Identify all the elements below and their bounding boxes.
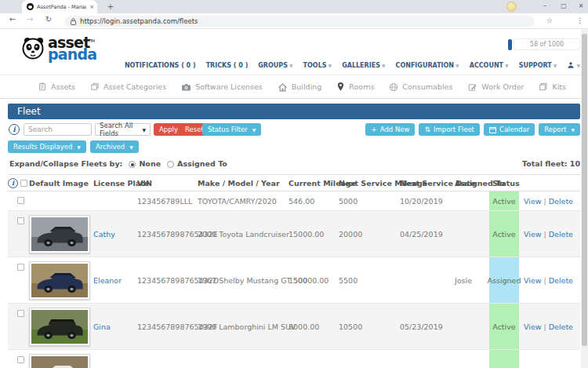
nav-groups[interactable]: GROUPS▼	[258, 62, 292, 69]
import-fleet-button[interactable]: ⇅Import Fleet	[419, 123, 480, 136]
copy-icon	[90, 82, 100, 92]
col-status: Status	[492, 179, 520, 188]
page-content: assetTM panda 58 of 1000 NOTIFICATIONS (…	[0, 29, 588, 368]
row-actions: View|Delete	[524, 230, 573, 239]
nav-user-menu[interactable]: ▼	[567, 61, 580, 69]
window-close-button[interactable]: ✕	[572, 0, 588, 13]
module-work-order[interactable]: Work Order	[467, 82, 524, 92]
search-scope-select[interactable]: Search All Fields ▼	[95, 123, 151, 136]
mileage-value: 8000.00	[289, 322, 319, 331]
view-link[interactable]: View	[524, 197, 542, 206]
search-input[interactable]	[24, 123, 92, 136]
module-software-licenses[interactable]: Software Licenses	[181, 82, 263, 92]
user-icon	[567, 61, 575, 69]
module-assets[interactable]: Assets	[38, 82, 75, 92]
view-link[interactable]: View	[524, 322, 542, 331]
module-consumables[interactable]: Consumables	[389, 82, 452, 92]
clipboard-icon	[38, 82, 47, 92]
scrollbar-thumb[interactable]	[582, 34, 587, 346]
row-checkbox[interactable]	[17, 197, 24, 204]
browser-menu-icon[interactable]: ⋮	[576, 16, 583, 24]
display-toolbar: Results Displayed▼ Archived▼	[8, 140, 139, 153]
box-icon	[539, 82, 548, 92]
col-make-model-year: Make / Model / Year	[198, 179, 280, 188]
browser-profile-avatar[interactable]	[506, 2, 517, 12]
results-displayed-button[interactable]: Results Displayed▼	[8, 140, 86, 153]
window-minimize-button[interactable]: –	[536, 0, 554, 13]
nav-notifications[interactable]: NOTIFICATIONS ( 0 )	[125, 62, 196, 69]
page-scrollbar	[581, 29, 588, 368]
vehicle-image	[31, 356, 88, 368]
vin-value: 123456789LLL	[137, 197, 192, 206]
module-kits[interactable]: Kits	[539, 82, 566, 92]
row-checkbox[interactable]	[17, 264, 24, 271]
panda-logo-icon	[20, 35, 45, 60]
license-plate-link[interactable]: Cathy	[93, 230, 115, 239]
vehicle-photo[interactable]	[29, 215, 90, 253]
vehicle-photo[interactable]	[29, 354, 90, 368]
chevron-down-icon: ▼	[505, 63, 509, 68]
select-arrow-icon: ▼	[142, 127, 146, 133]
new-tab-button[interactable]: +	[105, 2, 116, 13]
table-row	[8, 350, 580, 368]
report-button[interactable]: Report▼	[539, 123, 580, 136]
info-icon[interactable]: i	[9, 124, 20, 135]
view-link[interactable]: View	[524, 230, 542, 239]
car-silhouette-icon	[34, 363, 84, 368]
camera-icon	[181, 82, 191, 92]
chevron-down-icon: ▼	[576, 63, 580, 68]
radio-assigned-to[interactable]	[167, 161, 174, 168]
import-arrows-icon: ⇅	[424, 126, 430, 133]
window-maximize-button[interactable]: ▢	[555, 0, 572, 13]
view-link[interactable]: View	[524, 276, 542, 285]
usage-meter: 58 of 1000	[508, 38, 580, 50]
nav-account[interactable]: ACCOUNT▼	[470, 62, 509, 69]
nav-galleries[interactable]: GALLERIES▼	[342, 62, 385, 69]
row-checkbox[interactable]	[17, 217, 24, 224]
delete-link[interactable]: Delete	[549, 230, 573, 239]
radio-none[interactable]	[129, 161, 136, 168]
calendar-button[interactable]: Calendar	[484, 123, 535, 136]
table-info-icon[interactable]: i	[8, 178, 18, 188]
nav-tools[interactable]: TOOLS▼	[303, 62, 332, 69]
archived-button[interactable]: Archived▼	[90, 140, 139, 153]
nav-configuration[interactable]: CONFIGURATION▼	[396, 62, 459, 69]
add-new-button[interactable]: +Add New	[365, 123, 415, 136]
reload-icon[interactable]: ↻	[42, 15, 55, 24]
address-bar: ← → ↻ https://login.assetpanda.com/fleet…	[0, 13, 588, 29]
radio-none-label: None	[139, 159, 161, 168]
chevron-down-icon: ▼	[77, 144, 81, 150]
row-checkbox[interactable]	[17, 310, 24, 317]
delete-link[interactable]: Delete	[549, 276, 573, 285]
status-filter-button[interactable]: Status Filter▼	[202, 123, 261, 136]
bookmark-star-icon[interactable]: ☆	[546, 16, 553, 24]
chevron-down-icon: ▼	[554, 63, 557, 68]
home-icon	[278, 82, 288, 92]
row-checkbox[interactable]	[17, 356, 24, 363]
browser-tab[interactable]: AssetPanda - Management Syst ×	[22, 0, 97, 13]
tab-close-icon[interactable]: ×	[89, 4, 94, 10]
radio-assigned-label: Assigned To	[177, 159, 227, 168]
delete-link[interactable]: Delete	[549, 197, 573, 206]
module-rooms[interactable]: Rooms	[336, 82, 374, 92]
forward-icon[interactable]: →	[24, 15, 36, 24]
license-plate-link[interactable]: Eleanor	[93, 276, 122, 285]
nav-tricks[interactable]: TRICKS ( 0 )	[206, 62, 249, 69]
usage-slider-thumb[interactable]	[508, 39, 512, 50]
mileage-value: 15000.00	[289, 230, 324, 239]
select-all-checkbox[interactable]	[20, 180, 27, 187]
back-icon[interactable]: ←	[6, 15, 19, 24]
license-plate-link[interactable]: Gina	[93, 322, 111, 331]
module-asset-categories[interactable]: Asset Categories	[90, 82, 166, 92]
logo-text: assetTM panda	[48, 35, 96, 60]
url-field[interactable]: https://login.assetpanda.com/fleets	[64, 16, 535, 27]
nav-support[interactable]: SUPPORT▼	[519, 62, 557, 69]
trademark: TM	[89, 38, 94, 43]
fleet-table: i Default Image License Plate VIN Make /…	[8, 174, 580, 368]
vehicle-photo[interactable]	[29, 308, 90, 346]
assetpanda-logo[interactable]: assetTM panda	[20, 35, 96, 60]
vehicle-photo[interactable]	[29, 261, 90, 300]
delete-link[interactable]: Delete	[549, 322, 573, 331]
module-building[interactable]: Building	[278, 82, 322, 92]
status-badge: Assigned	[489, 257, 519, 303]
